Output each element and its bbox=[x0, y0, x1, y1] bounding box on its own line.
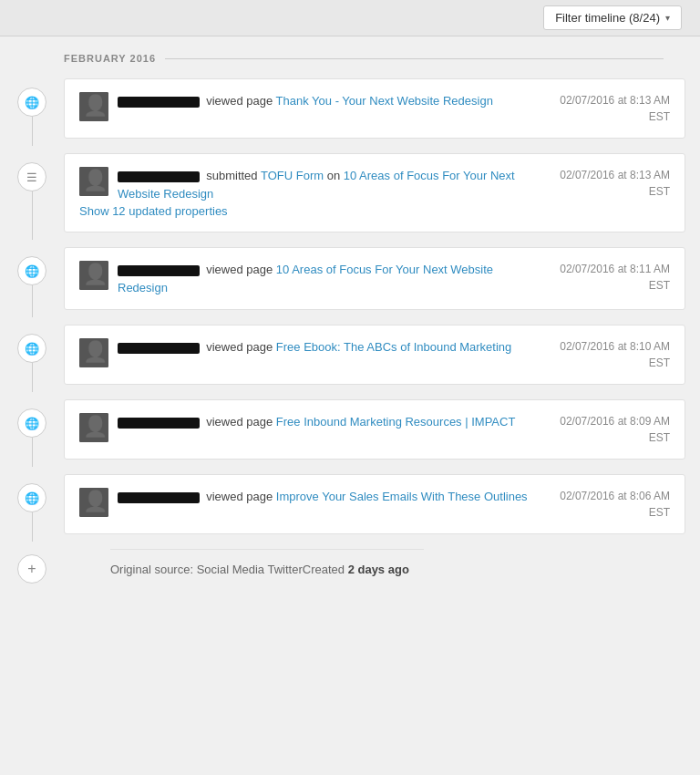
footer-row: + Original source: Social Media Twitter … bbox=[0, 542, 700, 596]
event-text: submitted TOFU Form on 10 Areas of Focus… bbox=[118, 167, 545, 202]
event-inner: submitted TOFU Form on 10 Areas of Focus… bbox=[79, 167, 670, 219]
event-body: viewed page Thank You - Your Next Websit… bbox=[79, 92, 545, 121]
redacted-name bbox=[118, 265, 200, 276]
timestamp: 02/07/2016 at 8:13 AM EST bbox=[560, 167, 670, 200]
timeline-connector bbox=[32, 438, 33, 467]
icon-column: 🌐 bbox=[0, 240, 64, 317]
timestamp: 02/07/2016 at 8:11 AM EST bbox=[560, 261, 670, 294]
timeline-connector bbox=[32, 512, 33, 542]
footer-bar: Original source: Social Media Twitter Cr… bbox=[110, 549, 424, 589]
event-meta: submitted TOFU Form on 10 Areas of Focus… bbox=[79, 167, 545, 202]
source-text: Original source: Social Media Twitter bbox=[110, 563, 303, 576]
table-row: 🌐 viewed page Free Ebook: The ABCs of In… bbox=[0, 317, 700, 392]
avatar bbox=[79, 488, 108, 517]
page-link[interactable]: Free Inbound Marketing Resources | IMPAC… bbox=[276, 415, 516, 429]
event-card: viewed page 10 Areas of Focus For Your N… bbox=[64, 247, 685, 310]
event-body: viewed page 10 Areas of Focus For Your N… bbox=[79, 261, 545, 296]
icon-column: 🌐 bbox=[0, 392, 64, 467]
add-icon[interactable]: + bbox=[17, 554, 46, 584]
main-container: Filter timeline (8/24) ▾ FEBRUARY 2016 🌐 bbox=[0, 0, 700, 596]
timestamp: 02/07/2016 at 8:10 AM EST bbox=[560, 338, 670, 371]
event-meta: viewed page Free Ebook: The ABCs of Inbo… bbox=[79, 338, 545, 367]
event-text: viewed page Free Ebook: The ABCs of Inbo… bbox=[118, 338, 545, 356]
event-inner: viewed page Free Ebook: The ABCs of Inbo… bbox=[79, 338, 670, 371]
section-label: FEBRUARY 2016 bbox=[0, 36, 700, 71]
filter-label: Filter timeline (8/24) bbox=[555, 11, 660, 25]
globe-icon: 🌐 bbox=[17, 408, 46, 438]
event-inner: viewed page 10 Areas of Focus For Your N… bbox=[79, 261, 670, 296]
event-meta: viewed page Improve Your Sales Emails Wi… bbox=[79, 488, 545, 517]
table-row: 🌐 viewed page Improve Your Sales Emails … bbox=[0, 467, 700, 542]
icon-column: 🌐 bbox=[0, 317, 64, 392]
timeline-connector bbox=[32, 191, 33, 240]
redacted-name bbox=[118, 171, 200, 182]
event-card: viewed page Free Inbound Marketing Resou… bbox=[64, 399, 685, 460]
timestamp: 02/07/2016 at 8:06 AM EST bbox=[560, 488, 670, 521]
icon-column: ☰ bbox=[0, 146, 64, 240]
event-card: viewed page Free Ebook: The ABCs of Inbo… bbox=[64, 325, 685, 385]
event-card: viewed page Thank You - Your Next Websit… bbox=[64, 78, 685, 139]
show-properties-link[interactable]: Show 12 updated properties bbox=[79, 204, 228, 218]
globe-icon: 🌐 bbox=[17, 483, 46, 512]
page-link[interactable]: Free Ebook: The ABCs of Inbound Marketin… bbox=[276, 340, 511, 354]
redacted-name bbox=[118, 343, 200, 354]
timeline-connector bbox=[32, 363, 33, 392]
filter-timeline-button[interactable]: Filter timeline (8/24) ▾ bbox=[543, 5, 682, 30]
top-bar: Filter timeline (8/24) ▾ bbox=[0, 0, 700, 36]
table-row: ☰ submitted TOFU Form on 10 Areas of Foc… bbox=[0, 146, 700, 240]
icon-column: 🌐 bbox=[0, 467, 64, 542]
avatar bbox=[79, 92, 108, 121]
redacted-name bbox=[118, 97, 200, 108]
event-text: viewed page Free Inbound Marketing Resou… bbox=[118, 413, 545, 431]
timestamp: 02/07/2016 at 8:09 AM EST bbox=[560, 413, 670, 446]
table-row: 🌐 viewed page Thank You - Your Next Webs… bbox=[0, 71, 700, 146]
event-inner: viewed page Improve Your Sales Emails Wi… bbox=[79, 488, 670, 521]
event-text: viewed page Improve Your Sales Emails Wi… bbox=[118, 488, 545, 506]
globe-icon: 🌐 bbox=[17, 334, 46, 363]
page-link[interactable]: Thank You - Your Next Website Redesign bbox=[276, 94, 493, 108]
event-meta: viewed page 10 Areas of Focus For Your N… bbox=[79, 261, 545, 296]
event-inner: viewed page Free Inbound Marketing Resou… bbox=[79, 413, 670, 446]
event-body: viewed page Free Ebook: The ABCs of Inbo… bbox=[79, 338, 545, 367]
event-text: viewed page 10 Areas of Focus For Your N… bbox=[118, 261, 545, 296]
icon-column: 🌐 bbox=[0, 71, 64, 146]
globe-icon: 🌐 bbox=[17, 256, 46, 285]
event-card: viewed page Improve Your Sales Emails Wi… bbox=[64, 474, 685, 534]
redacted-name bbox=[118, 492, 200, 503]
event-card: submitted TOFU Form on 10 Areas of Focus… bbox=[64, 153, 685, 232]
avatar-image bbox=[79, 167, 108, 196]
avatar bbox=[79, 261, 108, 290]
avatar-image bbox=[79, 92, 108, 121]
event-body: viewed page Free Inbound Marketing Resou… bbox=[79, 413, 545, 442]
event-text: viewed page Thank You - Your Next Websit… bbox=[118, 92, 545, 110]
page-link[interactable]: Improve Your Sales Emails With These Out… bbox=[276, 490, 528, 503]
avatar bbox=[79, 167, 108, 196]
list-icon: ☰ bbox=[17, 162, 46, 191]
globe-icon: 🌐 bbox=[17, 88, 46, 117]
timestamp: 02/07/2016 at 8:13 AM EST bbox=[560, 92, 670, 125]
event-body: submitted TOFU Form on 10 Areas of Focus… bbox=[79, 167, 545, 219]
redacted-name bbox=[118, 418, 200, 429]
event-meta: viewed page Thank You - Your Next Websit… bbox=[79, 92, 545, 121]
avatar-image bbox=[79, 261, 108, 290]
event-inner: viewed page Thank You - Your Next Websit… bbox=[79, 92, 670, 125]
form-link[interactable]: TOFU Form bbox=[261, 169, 324, 182]
avatar-image bbox=[79, 488, 108, 517]
event-meta: viewed page Free Inbound Marketing Resou… bbox=[79, 413, 545, 442]
timeline-connector bbox=[32, 117, 33, 146]
event-body: viewed page Improve Your Sales Emails Wi… bbox=[79, 488, 545, 517]
avatar-image bbox=[79, 338, 108, 367]
table-row: 🌐 viewed page Free Inbound Marketing Res… bbox=[0, 392, 700, 467]
avatar bbox=[79, 338, 108, 367]
avatar-image bbox=[79, 413, 108, 442]
table-row: 🌐 viewed page 10 Areas of Focus For Your… bbox=[0, 240, 700, 317]
avatar bbox=[79, 413, 108, 442]
chevron-down-icon: ▾ bbox=[665, 13, 670, 23]
created-label: Created 2 days ago bbox=[303, 563, 409, 576]
timeline-connector bbox=[32, 285, 33, 317]
timeline-area: 🌐 viewed page Thank You - Your Next Webs… bbox=[0, 71, 700, 596]
